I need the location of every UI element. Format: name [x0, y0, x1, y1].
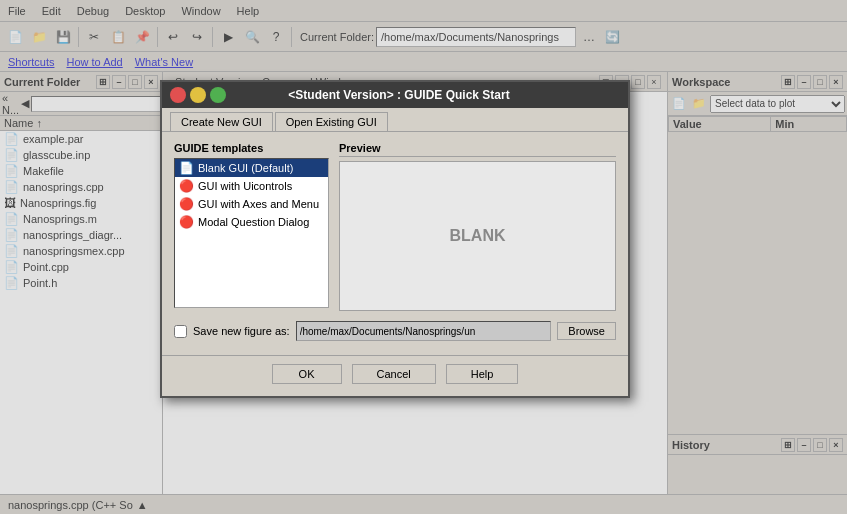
- template-uicontrols-icon: 🔴: [179, 179, 194, 193]
- save-label-text: Save new figure as:: [193, 325, 290, 337]
- ok-button[interactable]: OK: [272, 364, 342, 384]
- tab-create-new[interactable]: Create New GUI: [170, 112, 273, 131]
- save-checkbox[interactable]: [174, 325, 187, 338]
- template-blank[interactable]: 📄 Blank GUI (Default): [175, 159, 328, 177]
- tab-open-existing[interactable]: Open Existing GUI: [275, 112, 388, 131]
- help-button[interactable]: Help: [446, 364, 519, 384]
- save-row: Save new figure as: Browse: [174, 321, 616, 341]
- preview-col: Preview BLANK: [339, 142, 616, 311]
- template-modal-icon: 🔴: [179, 215, 194, 229]
- guide-dialog: <Student Version> : GUIDE Quick Start Cr…: [160, 80, 630, 398]
- templates-col: GUIDE templates 📄 Blank GUI (Default) 🔴 …: [174, 142, 329, 311]
- templates-list: 📄 Blank GUI (Default) 🔴 GUI with Uicontr…: [174, 158, 329, 308]
- dialog-columns: GUIDE templates 📄 Blank GUI (Default) 🔴 …: [174, 142, 616, 311]
- templates-label: GUIDE templates: [174, 142, 329, 154]
- template-axes-menu[interactable]: 🔴 GUI with Axes and Menu: [175, 195, 328, 213]
- dialog-title: <Student Version> : GUIDE Quick Start: [288, 88, 509, 102]
- dialog-footer: OK Cancel Help: [162, 355, 628, 396]
- preview-box: BLANK: [339, 161, 616, 311]
- dialog-minimize-btn[interactable]: [190, 87, 206, 103]
- template-uicontrols[interactable]: 🔴 GUI with Uicontrols: [175, 177, 328, 195]
- dialog-close-btn[interactable]: [170, 87, 186, 103]
- dialog-tabs: Create New GUI Open Existing GUI: [162, 108, 628, 132]
- dialog-maximize-btn[interactable]: [210, 87, 226, 103]
- dialog-body: GUIDE templates 📄 Blank GUI (Default) 🔴 …: [162, 132, 628, 351]
- save-path-input[interactable]: [296, 321, 552, 341]
- template-axes-label: GUI with Axes and Menu: [198, 198, 319, 210]
- dialog-close-btns: [170, 87, 226, 103]
- template-uicontrols-label: GUI with Uicontrols: [198, 180, 292, 192]
- template-axes-icon: 🔴: [179, 197, 194, 211]
- dialog-titlebar: <Student Version> : GUIDE Quick Start: [162, 82, 628, 108]
- browse-button[interactable]: Browse: [557, 322, 616, 340]
- template-blank-label: Blank GUI (Default): [198, 162, 293, 174]
- cancel-button[interactable]: Cancel: [352, 364, 436, 384]
- preview-label: Preview: [339, 142, 616, 157]
- template-blank-icon: 📄: [179, 161, 194, 175]
- preview-blank-text: BLANK: [450, 227, 506, 245]
- template-modal[interactable]: 🔴 Modal Question Dialog: [175, 213, 328, 231]
- template-modal-label: Modal Question Dialog: [198, 216, 309, 228]
